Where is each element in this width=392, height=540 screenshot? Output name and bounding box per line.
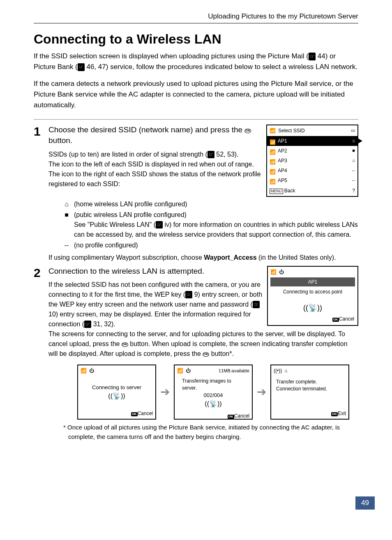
signal-icon: 📶 (270, 158, 275, 163)
cancel-label: Cancel (138, 411, 153, 416)
signal-icon: 📶 (81, 367, 87, 374)
signal-icon: 📶 (270, 268, 277, 276)
wifi-antenna-icon: ((📡)) (177, 399, 249, 411)
ssid-row: 📶 AP4 -- (267, 166, 357, 175)
cancel-label: Cancel (339, 316, 354, 322)
home-icon: ⌂ (284, 367, 287, 374)
wifi-antenna-icon: ((📡)) (81, 391, 153, 403)
ssid-row: 📶 AP5 -- (267, 175, 357, 185)
wayport-ssid: Wayport_Access (204, 254, 256, 261)
connecting-text: Connecting to access point (268, 288, 357, 295)
select-ssid-screen: 📶 Select SSID ▭ 📶 AP1 ⌂ 📶 AP2 ■ (266, 125, 358, 197)
ok-button-icon: OK (228, 415, 234, 419)
ssid-name: AP2 (278, 147, 287, 155)
signal-icon: 📶 (177, 367, 183, 374)
step-number: 2 (34, 266, 48, 442)
step-note: If using complimentary Wayport subscript… (48, 253, 358, 263)
step-1: 1 📶 Select SSID ▭ 📶 AP1 ⌂ 📶 (34, 125, 358, 263)
list-item-detail: See "Public Wireless LAN" (☞ iv) for mor… (74, 220, 358, 240)
wifi-icon: 📶 (270, 127, 276, 134)
ref-icon: ☞ (253, 301, 260, 308)
arrow-right-icon: ➔ (257, 383, 266, 401)
transfer-message: Transferring images to server. (177, 378, 249, 391)
page-number: 49 (355, 496, 375, 510)
ok-button-icon: OK (122, 342, 128, 347)
ref-icon: ☞ (208, 151, 214, 158)
public-icon: ■ (62, 210, 71, 240)
list-item-text: (pubic wireless LAN profile configured) (74, 210, 358, 220)
ssid-row-selected: 📶 AP1 ⌂ (267, 136, 357, 146)
ssid-status-icon: ⌂ (352, 157, 355, 164)
ap-label: AP1 (270, 277, 355, 286)
none-icon: -- (62, 240, 71, 250)
ssid-status-icon: -- (352, 177, 355, 184)
power-icon: ⏻ (279, 268, 284, 276)
separator (34, 119, 358, 120)
footnote: * Once upload of all pictures using the … (63, 423, 358, 441)
ssid-name: AP5 (278, 177, 287, 184)
ref-icon: ☞ (185, 291, 192, 298)
ssid-row: 📶 AP3 ⌂ (267, 156, 357, 166)
list-item-text: (no profile configured) (74, 240, 358, 250)
step-text: The screens for connecting to the server… (48, 329, 358, 359)
ok-button-icon: OK (244, 129, 251, 133)
intro-paragraph-1: If the SSID selection screen is displaye… (34, 51, 358, 73)
screen-message: Connecting to server (81, 383, 153, 392)
wifi-antenna-icon: ((📡)) (268, 302, 357, 315)
step-2: 2 📶 ⏻ AP1 Connecting to access point ((📡… (34, 266, 358, 442)
page-title: Connecting to a Wireless LAN (34, 32, 358, 47)
ok-button-icon: OK (131, 412, 138, 416)
ok-button-icon: OK (332, 318, 339, 322)
exit-label: Exit (338, 411, 346, 416)
upload-screens-row: 📶⏻ Connecting to server ((📡)) OKCancel ➔… (77, 365, 358, 420)
step-number: 1 (34, 125, 48, 263)
ssid-status-icon: -- (352, 167, 355, 174)
connecting-screen: 📶 ⏻ AP1 Connecting to access point ((📡))… (267, 266, 358, 326)
menu-button-icon: MENU (270, 189, 283, 194)
connecting-server-screen: 📶⏻ Connecting to server ((📡)) OKCancel (77, 365, 156, 420)
complete-message-1: Transfer complete. (276, 378, 344, 385)
wifi-icon: ((•)) (274, 367, 282, 374)
complete-message-2: Connection terminated. (276, 385, 344, 392)
ref-icon: ☞ (84, 321, 91, 328)
back-label: Back (284, 188, 295, 194)
available-space: 11MB:available (219, 367, 249, 374)
ssid-status-icon: ■ (352, 147, 355, 154)
ssid-name: AP1 (278, 137, 287, 145)
ref-icon: ☞ (309, 53, 316, 60)
signal-icon: 📶 (270, 168, 275, 173)
header-rule (34, 23, 358, 23)
power-icon: ⏻ (89, 367, 94, 374)
power-icon: ⏻ (186, 367, 191, 374)
ssid-status-icon: ⌂ (352, 137, 355, 144)
profile-icon-list: ⌂ (home wireless LAN profile configured)… (62, 199, 358, 250)
signal-icon: 📶 (270, 148, 275, 153)
section-header: Uploading Pictures to the my Picturetown… (34, 12, 358, 21)
ok-button-icon: OK (331, 412, 338, 416)
intro-paragraph-2: If the camera detects a network previous… (34, 78, 358, 111)
ssid-name: AP4 (278, 167, 287, 174)
transfer-count: 002/004 (177, 391, 249, 399)
ref-icon: ☞ (78, 63, 85, 71)
screen-title: Select SSID (278, 127, 305, 134)
list-item-text: (home wireless LAN profile configured) (74, 199, 358, 209)
arrow-right-icon: ➔ (160, 383, 170, 401)
complete-screen: ((•))⌂ Transfer complete. Connection ter… (270, 365, 349, 420)
signal-icon: 📶 (270, 138, 275, 143)
ok-button-icon: OK (203, 352, 209, 357)
transferring-screen: 📶⏻11MB:available Transferring images to … (174, 365, 253, 420)
ssid-name: AP3 (278, 157, 287, 164)
ssid-row: 📶 AP2 ■ (267, 146, 357, 156)
help-icon: ? (352, 187, 355, 194)
home-icon: ⌂ (62, 199, 71, 209)
battery-icon: ▭ (351, 127, 355, 134)
ref-icon: ☞ (156, 221, 163, 228)
cancel-label: Cancel (234, 413, 249, 419)
signal-icon: 📶 (270, 178, 275, 183)
